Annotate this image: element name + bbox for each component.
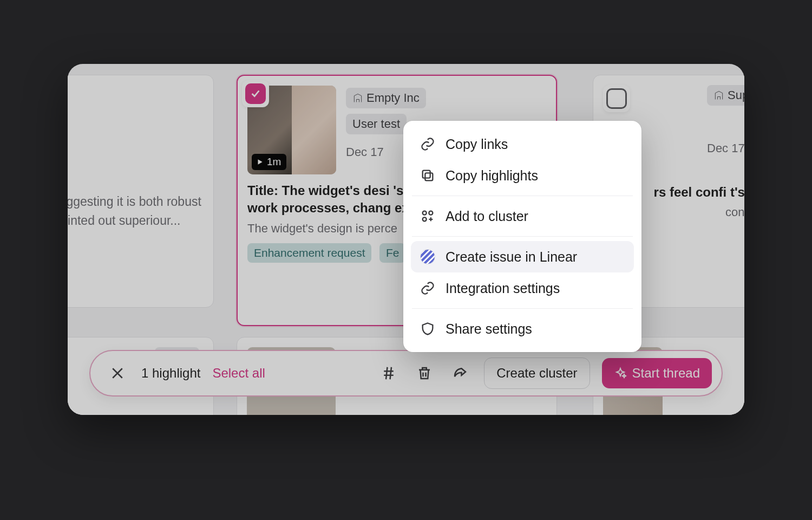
svg-point-2 [423, 211, 427, 215]
card-body: nce under high workloads ggesting it is … [68, 192, 204, 230]
context-menu: Copy links Copy highlights Add to cluste… [403, 121, 641, 352]
share-button[interactable] [448, 361, 472, 385]
hash-icon [381, 365, 397, 381]
company-chip: Super [707, 85, 744, 106]
close-icon [109, 365, 126, 381]
card-date: 7 [68, 140, 204, 154]
share-arrow-icon [452, 365, 468, 381]
tag-enhancement[interactable]: Enhancement request [247, 243, 371, 263]
close-button[interactable] [106, 361, 129, 385]
building-icon [352, 93, 363, 103]
trash-icon [416, 365, 433, 381]
svg-rect-1 [423, 171, 430, 178]
menu-separator [412, 236, 633, 237]
menu-separator [412, 196, 633, 196]
menu-copy-highlights[interactable]: Copy highlights [411, 160, 634, 191]
shield-icon [420, 321, 436, 337]
menu-create-linear-issue[interactable]: Create issue in Linear [411, 241, 634, 272]
card-date: Dec 17 [707, 141, 744, 155]
tag-button[interactable] [377, 361, 401, 385]
highlight-card-left[interactable]: ddy's burgers terview with Sarah,... 7 n… [68, 75, 214, 308]
link-icon [420, 136, 436, 152]
tag-fe[interactable]: Fe [379, 243, 406, 263]
content-panel: ddy's burgers terview with Sarah,... 7 n… [68, 64, 744, 415]
copy-icon [420, 167, 436, 184]
building-icon [713, 90, 724, 101]
create-cluster-button[interactable]: Create cluster [484, 358, 590, 389]
selection-count: 1 highlight [141, 366, 200, 381]
svg-rect-0 [425, 173, 433, 180]
cluster-icon [420, 208, 436, 224]
usertest-chip: User test [346, 114, 407, 134]
sparkle-icon [614, 367, 627, 380]
menu-add-to-cluster[interactable]: Add to cluster [411, 200, 634, 232]
selection-actionbar: 1 highlight Select all Create cluster St… [89, 350, 723, 396]
svg-point-3 [429, 211, 433, 215]
select-checkbox[interactable] [603, 85, 630, 112]
start-thread-button[interactable]: Start thread [602, 358, 712, 388]
menu-copy-links[interactable]: Copy links [411, 128, 634, 160]
menu-integration-settings[interactable]: Integration settings [411, 272, 634, 304]
select-all-link[interactable]: Select all [212, 366, 265, 381]
play-icon [256, 158, 264, 166]
delete-button[interactable] [412, 361, 436, 385]
card-date: Dec 16 [345, 412, 383, 415]
link-chain-icon [420, 280, 436, 296]
check-icon [250, 88, 261, 100]
svg-point-4 [423, 217, 427, 221]
play-badge: 1m [252, 154, 286, 170]
linear-icon [420, 249, 436, 265]
menu-separator [412, 308, 633, 309]
menu-share-settings[interactable]: Share settings [411, 313, 634, 344]
company-chip: Empty Inc [346, 88, 426, 108]
select-checkbox[interactable] [242, 80, 269, 107]
